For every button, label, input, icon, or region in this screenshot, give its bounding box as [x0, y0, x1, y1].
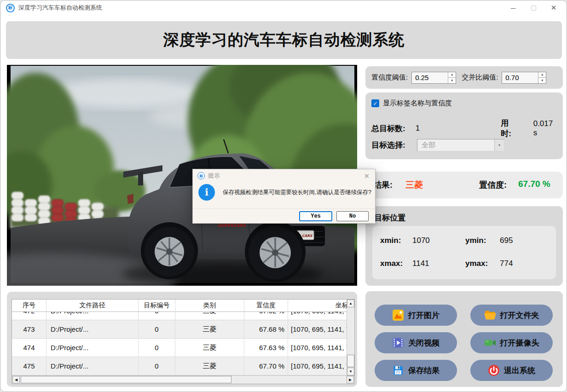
- no-button[interactable]: No: [336, 211, 369, 221]
- image-icon: [392, 309, 404, 321]
- horizontal-scrollbar[interactable]: ◀ ▶: [12, 375, 354, 384]
- page-title: 深度学习的汽车车标自动检测系统: [163, 29, 405, 51]
- show-labels-checkbox-row: ✓ 显示标签名称与置信度: [371, 99, 557, 108]
- spin-up-icon[interactable]: ▲: [538, 72, 546, 78]
- yes-button[interactable]: Yes: [299, 211, 332, 221]
- target-select-label: 目标选择:: [371, 140, 417, 150]
- cell-class: 三菱: [175, 312, 244, 320]
- ymin-value: 695: [500, 236, 513, 245]
- dialog-titlebar: 标 提示 ✕: [193, 169, 375, 182]
- table-row[interactable]: 473 D:/Project/... 0 三菱 67.68 % [1070, 6…: [12, 320, 347, 339]
- close-video-button[interactable]: 关闭视频: [375, 332, 457, 353]
- iou-threshold-spinbox: ▲ ▼: [502, 72, 546, 84]
- column-header[interactable]: 目标编号: [139, 300, 175, 312]
- scroll-up-icon[interactable]: ▲: [347, 300, 354, 307]
- results-table: 序号 文件路径 目标编号 类别 置信度 坐标位置 472 D:/Project/…: [12, 299, 355, 384]
- cell-index: 475: [12, 357, 46, 375]
- column-header[interactable]: 类别: [175, 300, 244, 312]
- target-position-panel: 目标位置 xmin: 1070 ymin: 695 xmax: 1141 yma…: [365, 206, 563, 286]
- cell-filepath: D:/Project/...: [46, 320, 139, 339]
- column-header[interactable]: 文件路径: [46, 300, 139, 312]
- cell-target-id: 0: [139, 339, 175, 357]
- vertical-scrollbar-thumb[interactable]: [347, 355, 354, 367]
- cell-index: 473: [12, 320, 46, 339]
- cell-target-id: 0: [139, 312, 175, 320]
- xmin-label: xmin:: [380, 236, 401, 245]
- app-window: 标 深度学习汽车车标自动检测系统 ─ ✕ 深度学习的汽车车标自动检测系统: [0, 0, 567, 392]
- app-logo-icon: 标: [197, 172, 205, 179]
- show-labels-checkbox[interactable]: ✓: [371, 99, 379, 107]
- maximize-icon: [531, 6, 536, 11]
- horizontal-scrollbar-thumb[interactable]: [21, 376, 231, 383]
- xmax-value: 1141: [412, 259, 429, 268]
- confirm-save-dialog: 标 提示 ✕ i 保存视频检测结果可能需要较长时间,请确认是否继续保存? Yes…: [192, 169, 376, 224]
- cell-coords: [1070, 695, 1141, 7: [288, 312, 347, 320]
- chevron-down-icon: ▼: [494, 139, 504, 151]
- cell-index: 472: [12, 312, 46, 320]
- confidence-threshold-label: 置信度阈值:: [371, 73, 408, 82]
- cell-class: 三菱: [175, 357, 244, 375]
- cell-coords: [1070, 695, 1141, 7: [288, 320, 347, 339]
- column-header[interactable]: 坐标位置: [288, 300, 347, 312]
- iou-threshold-label: 交并比阈值:: [462, 73, 498, 82]
- thresholds-panel: 置信度阈值: ▲ ▼ 交并比阈值: ▲ ▼: [365, 66, 563, 89]
- vertical-scrollbar[interactable]: ▲ ▼: [347, 300, 354, 375]
- cell-coords: [1070, 695, 1141, 7: [288, 339, 347, 357]
- titlebar: 标 深度学习汽车车标自动检测系统 ─ ✕: [0, 0, 567, 15]
- open-image-button[interactable]: 打开图片: [375, 305, 457, 326]
- ymax-label: ymax:: [465, 259, 488, 268]
- save-icon: [392, 364, 404, 376]
- dialog-message: 保存视频检测结果可能需要较长时间,请确认是否继续保存?: [223, 189, 371, 196]
- cell-confidence: 67.70 %: [244, 357, 288, 375]
- column-header[interactable]: 序号: [12, 300, 46, 312]
- time-label: 用时:: [501, 118, 518, 139]
- total-targets-value: 1: [416, 124, 420, 133]
- open-camera-label: 打开摄像头: [500, 338, 539, 348]
- table-row[interactable]: 472 D:/Project/... 0 三菱 67.62 % [1070, 6…: [12, 312, 347, 320]
- webcam-icon: [484, 337, 496, 349]
- maximize-button[interactable]: [523, 0, 544, 15]
- minimize-button[interactable]: ─: [503, 0, 523, 15]
- app-logo-icon: 标: [6, 4, 15, 12]
- cell-class: 三菱: [175, 339, 244, 357]
- cell-filepath: D:/Project/...: [46, 357, 139, 375]
- results-table-panel: 序号 文件路径 目标编号 类别 置信度 坐标位置 472 D:/Project/…: [7, 292, 357, 387]
- result-confidence-value: 67.70 %: [518, 179, 550, 189]
- dialog-buttons: Yes No: [193, 208, 375, 223]
- target-select-combobox[interactable]: 全部 ▼: [417, 139, 504, 151]
- save-results-button[interactable]: 保存结果: [375, 360, 457, 381]
- window-title: 深度学习汽车车标自动检测系统: [18, 4, 102, 12]
- xmax-label: xmax:: [380, 259, 403, 268]
- cell-index: 474: [12, 339, 46, 357]
- dialog-close-icon[interactable]: ✕: [364, 172, 370, 180]
- cell-confidence: 67.63 %: [244, 339, 288, 357]
- dialog-title: 提示: [208, 172, 220, 180]
- open-camera-button[interactable]: 打开摄像头: [470, 332, 553, 353]
- scroll-down-icon[interactable]: ▼: [347, 368, 354, 375]
- cell-confidence: 67.62 %: [244, 312, 288, 320]
- scroll-left-icon[interactable]: ◀: [12, 376, 20, 383]
- exit-system-button[interactable]: 退出系统: [470, 360, 553, 381]
- close-video-label: 关闭视频: [408, 338, 440, 348]
- confidence-threshold-input[interactable]: [412, 72, 448, 83]
- save-results-label: 保存结果: [408, 365, 440, 376]
- table-row[interactable]: 475 D:/Project/... 0 三菱 67.70 % [1070, 6…: [12, 357, 347, 375]
- close-button[interactable]: ✕: [544, 0, 564, 15]
- iou-threshold-input[interactable]: [502, 72, 538, 83]
- spin-down-icon[interactable]: ▼: [538, 78, 546, 83]
- column-header[interactable]: 置信度: [244, 300, 288, 312]
- banner: 深度学习的汽车车标自动检测系统: [6, 21, 562, 59]
- table-row[interactable]: 474 D:/Project/... 0 三菱 67.63 % [1070, 6…: [12, 339, 347, 357]
- open-folder-button[interactable]: 打开文件夹: [470, 305, 553, 326]
- open-image-label: 打开图片: [408, 310, 440, 321]
- spin-down-icon[interactable]: ▼: [448, 78, 456, 83]
- xmin-value: 1070: [412, 236, 430, 245]
- actions-panel: 打开图片 打开文件夹 关闭视频 打开摄像头 保存结果 退出系统: [365, 291, 563, 387]
- result-value: 三菱: [405, 179, 423, 191]
- cell-target-id: 0: [139, 357, 175, 375]
- ymax-value: 774: [500, 259, 513, 268]
- spin-up-icon[interactable]: ▲: [448, 72, 456, 78]
- video-icon: [392, 337, 404, 349]
- scroll-right-icon[interactable]: ▶: [347, 376, 354, 383]
- svg-text:SUPERCARS: SUPERCARS: [218, 223, 246, 228]
